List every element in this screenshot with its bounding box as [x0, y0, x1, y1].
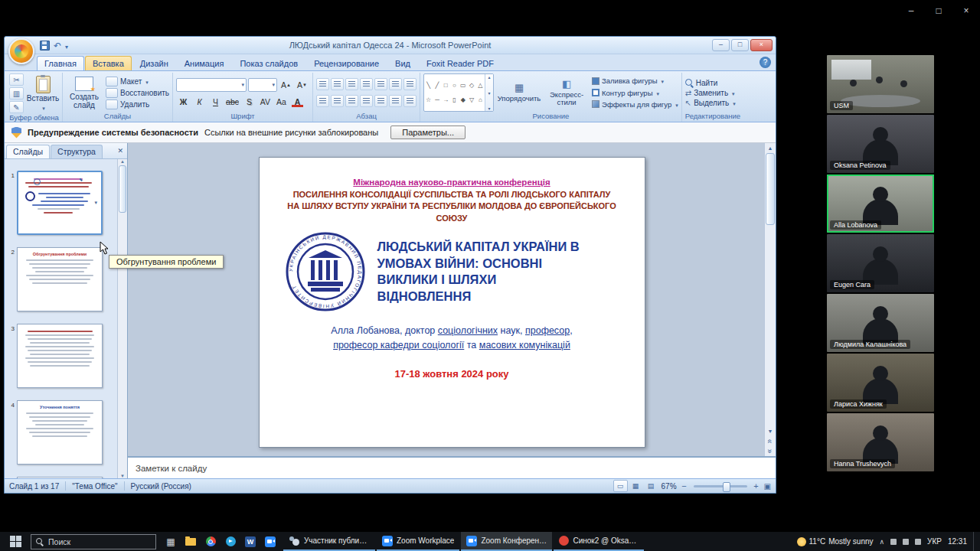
pane-scrollbar[interactable]: ▲ ▼ — [117, 159, 127, 478]
shape-icon-6[interactable]: ◇ — [469, 82, 474, 89]
format-painter-icon[interactable] — [9, 101, 24, 113]
ribbon-tab-Анимация[interactable]: Анимация — [177, 56, 232, 70]
save-icon[interactable] — [40, 41, 50, 51]
bold-button[interactable]: Ж — [176, 96, 191, 107]
editor-scroll-thumb[interactable] — [766, 153, 775, 225]
ribbon-tab-Вставка[interactable]: Вставка — [85, 56, 132, 70]
undo-icon[interactable] — [54, 38, 61, 52]
slide-thumbnail-2[interactable]: Обгрунтування проблеми — [17, 247, 103, 311]
ppt-minimize-button[interactable]: – — [712, 39, 730, 51]
tray-network-icon[interactable] — [890, 539, 897, 545]
new-slide-button[interactable]: Создать слайд — [66, 73, 103, 112]
show-desktop-button[interactable] — [973, 532, 978, 551]
shape-icon-10[interactable]: → — [443, 96, 449, 103]
replace-button[interactable]: Заменить — [685, 89, 736, 97]
align-text-icon[interactable] — [403, 78, 416, 90]
font-color-button[interactable]: А — [290, 96, 305, 107]
ribbon-tab-Показ слайдов[interactable]: Показ слайдов — [232, 56, 305, 70]
normal-view-button[interactable]: ▭ — [613, 480, 628, 492]
slideshow-view-button[interactable]: ▤ — [644, 480, 658, 492]
zoom-slider[interactable] — [694, 485, 747, 487]
shape-icon-9[interactable]: ─ — [435, 96, 439, 103]
ppt-close-button[interactable]: × — [750, 39, 773, 51]
ppt-restore-button[interactable]: □ — [731, 39, 749, 51]
layout-button[interactable]: Макет — [106, 77, 169, 86]
slide-thumbnail-4[interactable]: Уточнення поняття — [17, 400, 103, 465]
smartart-icon[interactable] — [389, 95, 402, 107]
zoom-in-button[interactable]: + — [752, 481, 761, 491]
participant-tile-6[interactable]: Лариса Хижняк — [827, 354, 934, 412]
editor-scrollbar[interactable]: ▲ ▼ « » — [764, 143, 776, 456]
taskbar-app-2[interactable]: Zoom Workplace — [377, 532, 459, 551]
ribbon-tab-Главная[interactable]: Главная — [37, 56, 84, 70]
participant-tile-3[interactable]: Alla Lobanova — [827, 174, 934, 233]
delete-slide-button[interactable]: Удалить — [106, 99, 169, 109]
pane-scroll-thumb[interactable] — [119, 165, 126, 213]
pane-close-icon[interactable]: ✕ — [117, 147, 123, 155]
shape-icon-1[interactable]: ╲ — [426, 82, 430, 89]
numbering-icon[interactable] — [331, 78, 344, 90]
participant-tile-7[interactable]: Hanna Trushevych — [827, 413, 934, 471]
select-button[interactable]: Выделить — [685, 99, 736, 107]
grow-font-button[interactable]: А▲ — [279, 79, 293, 90]
ribbon-tab-Рецензирование[interactable]: Рецензирование — [306, 56, 387, 70]
fit-to-window-icon[interactable] — [764, 482, 771, 491]
zoom-out-button[interactable]: − — [680, 481, 689, 491]
shrink-font-button[interactable]: А▼ — [295, 79, 309, 90]
shape-icon-14[interactable]: ⌂ — [479, 96, 482, 103]
qat-dropdown-icon[interactable] — [65, 38, 68, 52]
text-direction-icon[interactable] — [389, 78, 402, 90]
language-indicator[interactable]: Русский (Россия) — [131, 482, 191, 491]
taskbar-app-1[interactable]: Участник публикац... — [283, 532, 375, 551]
weather-widget[interactable]: 11°C Mostly sunny — [797, 537, 874, 546]
file-explorer-icon[interactable] — [181, 532, 201, 551]
ribbon-tab-Дизайн[interactable]: Дизайн — [132, 56, 176, 70]
character-spacing-button[interactable]: AV — [258, 96, 273, 107]
language-switcher[interactable]: УКР — [927, 537, 942, 546]
shape-icon-8[interactable]: ☆ — [426, 96, 431, 103]
scroll-up-icon[interactable]: ▲ — [768, 143, 773, 153]
zoom-slider-thumb[interactable] — [723, 482, 730, 492]
scroll-down-icon[interactable]: ▼ — [768, 426, 773, 436]
slide-thumbnail-3[interactable] — [17, 324, 103, 388]
options-button[interactable]: Параметры... — [390, 126, 466, 139]
window-minimize-button[interactable]: – — [897, 0, 925, 21]
reset-button[interactable]: Восстановить — [106, 88, 169, 98]
shape-outline-button[interactable]: Контур фигуры — [592, 89, 678, 97]
shape-fill-button[interactable]: Заливка фигуры — [592, 77, 678, 85]
taskbar-app-3[interactable]: Zoom Конференция — [461, 532, 552, 551]
slide-sorter-view-button[interactable]: ▦ — [629, 480, 643, 492]
shape-icon-13[interactable]: ▽ — [469, 96, 474, 103]
participant-tile-5[interactable]: Людмила Калашнікова — [827, 294, 934, 352]
shape-icon-3[interactable]: □ — [444, 82, 448, 89]
tab-outline[interactable]: Структура — [51, 145, 103, 158]
align-right-icon[interactable] — [345, 95, 358, 107]
search-input[interactable]: Поиск — [31, 534, 156, 549]
find-button[interactable]: Найти — [685, 79, 736, 87]
shape-effects-button[interactable]: Эффекты для фигур — [592, 100, 678, 109]
ribbon-tab-Вид[interactable]: Вид — [387, 56, 418, 70]
cut-icon[interactable] — [9, 73, 24, 86]
participant-tile-1[interactable]: USM — [827, 55, 934, 113]
scroll-up-icon[interactable]: ▲ — [120, 159, 125, 164]
text-shadow-button[interactable]: S — [242, 96, 256, 107]
zoom-app-icon[interactable] — [260, 532, 280, 551]
clock[interactable]: 12:31 — [948, 537, 967, 546]
chrome-icon[interactable] — [201, 532, 220, 551]
tray-volume-icon[interactable] — [903, 539, 909, 545]
zoom-percent[interactable]: 67% — [662, 482, 677, 491]
participant-tile-4[interactable]: Eugen Cara — [827, 234, 934, 292]
align-center-icon[interactable] — [331, 95, 344, 107]
copy-icon[interactable] — [9, 87, 24, 99]
tab-slides[interactable]: Слайды — [6, 145, 50, 158]
task-view-icon[interactable]: ▦ — [161, 532, 181, 551]
shape-icon-11[interactable]: ▯ — [452, 96, 456, 103]
shape-icon-5[interactable]: ▭ — [460, 82, 466, 89]
next-slide-button[interactable]: » — [766, 449, 776, 454]
notes-pane[interactable]: Заметки к слайду — [128, 456, 776, 478]
slide-thumbnail-1[interactable] — [17, 171, 103, 235]
columns-icon[interactable] — [374, 95, 387, 107]
line-spacing-icon[interactable] — [374, 78, 387, 90]
hidden-icons-caret[interactable]: ∧ — [880, 538, 885, 546]
justify-icon[interactable] — [360, 95, 373, 107]
